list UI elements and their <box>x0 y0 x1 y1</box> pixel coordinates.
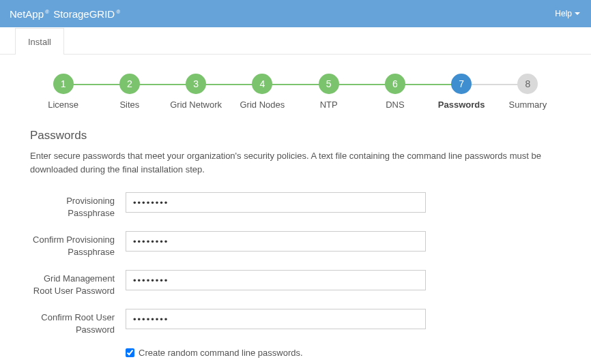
step-circle: 2 <box>119 74 140 94</box>
step-grid-nodes[interactable]: 4 Grid Nodes <box>229 74 296 110</box>
row-provisioning-passphrase: Provisioning Passphrase <box>30 192 561 219</box>
step-label: License <box>48 100 78 110</box>
step-label: Sites <box>119 100 139 110</box>
confirm-provisioning-passphrase-input[interactable] <box>126 231 426 252</box>
label-confirm-provisioning-passphrase: Confirm Provisioning Passphrase <box>30 231 126 258</box>
step-passwords[interactable]: 7 Passwords <box>429 74 495 110</box>
step-label: Grid Nodes <box>240 100 285 110</box>
step-label: DNS <box>386 100 404 110</box>
content: Passwords Enter secure passwords that me… <box>0 117 591 364</box>
provisioning-passphrase-input[interactable] <box>126 192 426 213</box>
brand-storagegrid: StorageGRID <box>53 8 115 20</box>
step-dns[interactable]: 6 DNS <box>362 74 428 110</box>
step-label: Passwords <box>438 100 485 110</box>
help-menu[interactable]: Help <box>555 9 580 18</box>
label-root-password: Grid Management Root User Password <box>30 270 126 297</box>
brand-netapp: NetApp <box>10 8 44 20</box>
stepper: 1 License 2 Sites 3 Grid Network 4 Grid … <box>0 55 591 117</box>
step-circle: 4 <box>252 74 272 94</box>
tab-bar: Install <box>0 27 591 55</box>
reg-icon: ® <box>116 9 120 15</box>
step-label: NTP <box>320 100 338 110</box>
row-confirm-provisioning-passphrase: Confirm Provisioning Passphrase <box>30 231 561 258</box>
random-cli-text: Create random command line passwords. <box>139 348 303 358</box>
step-circle: 5 <box>319 74 339 94</box>
step-summary[interactable]: 8 Summary <box>495 74 561 110</box>
reg-icon: ® <box>45 9 49 15</box>
label-confirm-root-password: Confirm Root User Password <box>30 309 126 335</box>
top-bar: NetApp® StorageGRID® Help <box>0 0 591 27</box>
step-ntp[interactable]: 5 NTP <box>296 74 362 110</box>
label-provisioning-passphrase: Provisioning Passphrase <box>30 192 126 219</box>
step-circle: 8 <box>517 74 538 94</box>
tab-install-label: Install <box>28 37 51 47</box>
chevron-down-icon <box>575 12 580 15</box>
step-grid-network[interactable]: 3 Grid Network <box>163 74 229 110</box>
step-label: Grid Network <box>170 100 222 110</box>
step-circle: 1 <box>53 74 74 94</box>
step-circle: 7 <box>451 74 472 94</box>
confirm-root-password-input[interactable] <box>126 309 426 329</box>
page-title: Passwords <box>30 129 561 142</box>
row-confirm-root-password: Confirm Root User Password <box>30 309 561 335</box>
step-sites[interactable]: 2 Sites <box>96 74 162 110</box>
tab-install[interactable]: Install <box>15 28 64 55</box>
step-circle: 3 <box>186 74 206 94</box>
random-cli-checkbox[interactable] <box>126 348 134 357</box>
root-password-input[interactable] <box>126 270 426 290</box>
step-circle: 6 <box>385 74 405 94</box>
help-label: Help <box>555 9 572 18</box>
brand: NetApp® StorageGRID® <box>10 8 121 20</box>
step-label: Summary <box>509 100 547 110</box>
step-license[interactable]: 1 License <box>30 74 96 110</box>
row-root-password: Grid Management Root User Password <box>30 270 561 297</box>
random-cli-checkbox-label[interactable]: Create random command line passwords. <box>126 348 426 358</box>
page-description: Enter secure passwords that meet your or… <box>30 149 561 176</box>
row-random-cli: Create random command line passwords. <box>30 348 561 358</box>
